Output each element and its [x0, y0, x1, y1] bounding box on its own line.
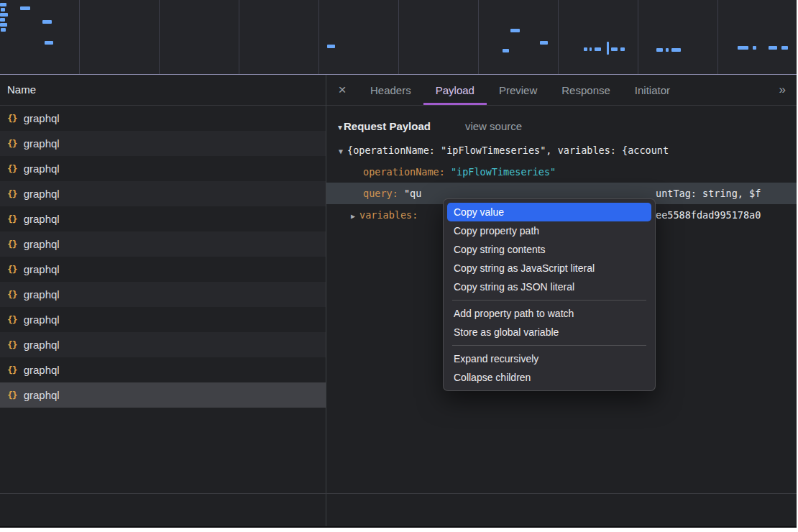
json-file-icon: {}: [7, 289, 17, 300]
timeline-bar: [620, 47, 625, 51]
timeline-bar: [510, 29, 520, 32]
menu-item-copy-value[interactable]: Copy value: [447, 203, 651, 221]
timeline-bar: [738, 46, 748, 50]
menu-item-add-property-path-to-watch[interactable]: Add property path to watch: [447, 304, 651, 323]
grid-line: [159, 0, 160, 74]
menu-item-collapse-children[interactable]: Collapse children: [447, 368, 651, 387]
request-name: graphql: [24, 162, 60, 175]
timeline-bar: [0, 3, 6, 6]
property-key: operationName:: [363, 166, 451, 178]
view-source-link[interactable]: view source: [465, 120, 522, 132]
json-file-icon: {}: [7, 138, 17, 149]
grid-line: [478, 0, 479, 74]
timeline-bar: [611, 47, 618, 51]
timeline-bar: [607, 42, 609, 55]
request-detail-tabbar: × HeadersPayloadPreviewResponseInitiator…: [326, 75, 797, 106]
request-name: graphql: [24, 313, 60, 326]
timeline-bar: [769, 46, 777, 50]
network-row[interactable]: {}graphql: [0, 332, 326, 357]
json-file-icon: {}: [7, 113, 17, 124]
timeline-bar: [1, 8, 5, 12]
expand-toggle-icon[interactable]: ▶: [351, 212, 355, 220]
timeline-bar: [503, 49, 509, 52]
menu-item-copy-string-as-json-literal[interactable]: Copy string as JSON literal: [447, 278, 651, 296]
timeline-bar: [753, 46, 756, 50]
timeline-bar: [45, 41, 53, 45]
network-row[interactable]: {}graphql: [0, 382, 326, 408]
network-row[interactable]: {}graphql: [0, 106, 326, 131]
property-value: "ipFlowTimeseries": [451, 166, 556, 178]
request-name: graphql: [24, 112, 60, 124]
network-request-list-panel: Name {}graphql{}graphql{}graphql{}graphq…: [0, 75, 326, 526]
tabs-container: HeadersPayloadPreviewResponseInitiator: [358, 75, 682, 105]
root-object-preview: {operationName: "ipFlowTimeseries", vari…: [347, 145, 669, 156]
network-list: {}graphql{}graphql{}graphql{}graphql{}gr…: [0, 106, 326, 408]
network-row[interactable]: {}graphql: [0, 357, 326, 382]
payload-prop-operationname[interactable]: operationName: "ipFlowTimeseries": [326, 161, 797, 183]
json-file-icon: {}: [7, 390, 17, 400]
request-name: graphql: [24, 213, 60, 225]
json-file-icon: {}: [7, 188, 17, 199]
network-row[interactable]: {}graphql: [0, 231, 326, 257]
payload-root-node[interactable]: ▼{operationName: "ipFlowTimeseries", var…: [326, 139, 797, 161]
json-file-icon: {}: [7, 339, 17, 350]
grid-line: [318, 0, 319, 74]
timeline-bar: [781, 46, 788, 50]
timeline-bar: [584, 47, 587, 51]
name-column-header[interactable]: Name: [0, 75, 326, 106]
request-payload-section-header: ▾ Request Payload view source: [326, 106, 797, 132]
request-name: graphql: [24, 288, 60, 301]
menu-item-copy-property-path[interactable]: Copy property path: [447, 221, 651, 240]
menu-separator: [452, 300, 646, 301]
network-row[interactable]: {}graphql: [0, 181, 326, 206]
timeline-bar: [590, 47, 592, 51]
json-file-icon: {}: [7, 239, 17, 249]
tab-response[interactable]: Response: [549, 75, 623, 105]
expand-toggle-icon[interactable]: ▼: [339, 147, 343, 155]
timeline-bar: [666, 48, 669, 52]
network-row[interactable]: {}graphql: [0, 131, 326, 156]
network-row[interactable]: {}graphql: [0, 156, 326, 181]
tab-initiator[interactable]: Initiator: [623, 75, 682, 105]
request-name: graphql: [24, 364, 60, 376]
section-collapse-toggle-icon[interactable]: ▾: [338, 122, 342, 132]
request-name: graphql: [24, 263, 60, 275]
tab-payload[interactable]: Payload: [423, 75, 487, 105]
json-file-icon: {}: [7, 163, 17, 174]
property-key: query:: [363, 188, 404, 199]
timeline-bar: [20, 6, 30, 10]
tab-preview[interactable]: Preview: [487, 75, 549, 105]
network-row[interactable]: {}graphql: [0, 307, 326, 332]
grid-line: [638, 0, 638, 74]
timeline-bar: [595, 47, 601, 51]
timeline-bar: [42, 20, 52, 24]
tab-headers[interactable]: Headers: [358, 75, 423, 105]
network-row[interactable]: {}graphql: [0, 206, 326, 231]
menu-item-copy-string-contents[interactable]: Copy string contents: [447, 240, 651, 259]
grid-line: [558, 0, 559, 74]
grid-line: [239, 0, 239, 74]
grid-line: [398, 0, 399, 74]
devtools-window: Name {}graphql{}graphql{}graphql{}graphq…: [0, 0, 797, 528]
network-row[interactable]: {}graphql: [0, 257, 326, 282]
tab-overflow-icon[interactable]: »: [769, 75, 797, 105]
menu-item-expand-recursively[interactable]: Expand recursively: [447, 349, 651, 368]
json-file-icon: {}: [7, 364, 17, 375]
json-file-icon: {}: [7, 314, 17, 325]
grid-line: [79, 0, 80, 74]
timeline-bar: [671, 48, 681, 52]
menu-item-copy-string-as-javascript-literal[interactable]: Copy string as JavaScript literal: [447, 259, 651, 278]
bottom-divider: [0, 493, 797, 494]
request-name: graphql: [24, 339, 60, 351]
property-value-left: "qu: [404, 188, 421, 199]
section-title: Request Payload: [344, 120, 431, 132]
network-row[interactable]: {}graphql: [0, 282, 326, 307]
menu-item-store-as-global-variable[interactable]: Store as global variable: [447, 323, 651, 341]
timeline-bar: [656, 48, 663, 52]
close-icon[interactable]: ×: [326, 75, 358, 105]
timeline-bar: [327, 45, 335, 48]
grid-line: [717, 0, 718, 74]
request-name: graphql: [24, 188, 60, 200]
timeline-bar: [0, 18, 5, 22]
network-overview[interactable]: [0, 0, 797, 75]
